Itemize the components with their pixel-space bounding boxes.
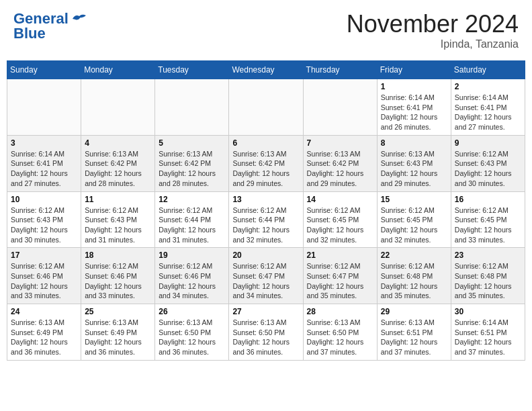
- day-number: 24: [11, 307, 77, 316]
- calendar-cell: 26Sunrise: 6:13 AMSunset: 6:50 PMDayligh…: [155, 304, 229, 361]
- day-number: 19: [159, 250, 225, 260]
- day-info: Sunrise: 6:13 AMSunset: 6:43 PMDaylight:…: [381, 149, 447, 189]
- day-number: 26: [159, 307, 225, 316]
- col-saturday: Saturday: [451, 61, 525, 79]
- calendar-cell: 13Sunrise: 6:12 AMSunset: 6:44 PMDayligh…: [229, 191, 303, 248]
- day-number: 2: [455, 82, 521, 91]
- day-info: Sunrise: 6:12 AMSunset: 6:48 PMDaylight:…: [455, 261, 521, 301]
- day-info: Sunrise: 6:13 AMSunset: 6:42 PMDaylight:…: [85, 149, 151, 189]
- day-number: 11: [85, 195, 151, 204]
- week-row-4: 17Sunrise: 6:12 AMSunset: 6:46 PMDayligh…: [7, 248, 525, 304]
- calendar-cell: 18Sunrise: 6:12 AMSunset: 6:46 PMDayligh…: [81, 248, 155, 304]
- day-info: Sunrise: 6:14 AMSunset: 6:41 PMDaylight:…: [455, 93, 521, 132]
- calendar-cell: 14Sunrise: 6:12 AMSunset: 6:45 PMDayligh…: [303, 191, 377, 248]
- calendar-cell: 22Sunrise: 6:12 AMSunset: 6:48 PMDayligh…: [377, 248, 451, 304]
- day-info: Sunrise: 6:12 AMSunset: 6:43 PMDaylight:…: [11, 205, 77, 245]
- logo: General Blue: [13, 10, 87, 42]
- day-info: Sunrise: 6:12 AMSunset: 6:44 PMDaylight:…: [232, 205, 299, 245]
- day-number: 15: [381, 195, 447, 204]
- day-info: Sunrise: 6:14 AMSunset: 6:41 PMDaylight:…: [11, 149, 77, 189]
- day-info: Sunrise: 6:12 AMSunset: 6:44 PMDaylight:…: [159, 205, 225, 245]
- calendar-cell: 24Sunrise: 6:13 AMSunset: 6:49 PMDayligh…: [7, 304, 81, 361]
- day-number: 1: [381, 82, 447, 91]
- col-tuesday: Tuesday: [155, 61, 229, 79]
- day-info: Sunrise: 6:12 AMSunset: 6:46 PMDaylight:…: [11, 261, 77, 301]
- day-info: Sunrise: 6:13 AMSunset: 6:42 PMDaylight:…: [232, 149, 299, 189]
- day-number: 14: [307, 195, 373, 204]
- day-info: Sunrise: 6:12 AMSunset: 6:47 PMDaylight:…: [307, 261, 373, 301]
- day-number: 10: [11, 195, 77, 204]
- day-info: Sunrise: 6:13 AMSunset: 6:42 PMDaylight:…: [307, 149, 373, 189]
- calendar-cell: 12Sunrise: 6:12 AMSunset: 6:44 PMDayligh…: [155, 191, 229, 248]
- day-number: 23: [455, 250, 521, 260]
- col-wednesday: Wednesday: [229, 61, 303, 79]
- calendar-cell: 10Sunrise: 6:12 AMSunset: 6:43 PMDayligh…: [7, 191, 81, 248]
- day-info: Sunrise: 6:12 AMSunset: 6:47 PMDaylight:…: [232, 261, 299, 301]
- week-row-5: 24Sunrise: 6:13 AMSunset: 6:49 PMDayligh…: [7, 304, 525, 361]
- day-info: Sunrise: 6:13 AMSunset: 6:49 PMDaylight:…: [85, 318, 151, 357]
- day-info: Sunrise: 6:12 AMSunset: 6:45 PMDaylight:…: [381, 205, 447, 245]
- calendar-cell: 21Sunrise: 6:12 AMSunset: 6:47 PMDayligh…: [303, 248, 377, 304]
- calendar-cell: 29Sunrise: 6:13 AMSunset: 6:51 PMDayligh…: [377, 304, 451, 361]
- col-monday: Monday: [81, 61, 155, 79]
- day-number: 6: [232, 138, 299, 148]
- day-info: Sunrise: 6:12 AMSunset: 6:43 PMDaylight:…: [455, 149, 521, 189]
- col-friday: Friday: [377, 61, 451, 79]
- calendar-cell: 3Sunrise: 6:14 AMSunset: 6:41 PMDaylight…: [7, 135, 81, 191]
- day-info: Sunrise: 6:12 AMSunset: 6:46 PMDaylight:…: [159, 261, 225, 301]
- title-section: November 2024 Ipinda, Tanzania: [347, 10, 519, 50]
- calendar-cell: 11Sunrise: 6:12 AMSunset: 6:43 PMDayligh…: [81, 191, 155, 248]
- calendar-cell: [229, 79, 303, 136]
- col-thursday: Thursday: [303, 61, 377, 79]
- day-info: Sunrise: 6:13 AMSunset: 6:50 PMDaylight:…: [307, 318, 373, 357]
- page-header: General Blue November 2024 Ipinda, Tanza…: [7, 7, 525, 54]
- calendar-cell: 6Sunrise: 6:13 AMSunset: 6:42 PMDaylight…: [229, 135, 303, 191]
- calendar-cell: 5Sunrise: 6:13 AMSunset: 6:42 PMDaylight…: [155, 135, 229, 191]
- calendar-header-row: Sunday Monday Tuesday Wednesday Thursday…: [7, 61, 525, 79]
- day-number: 28: [307, 307, 373, 316]
- calendar-cell: 23Sunrise: 6:12 AMSunset: 6:48 PMDayligh…: [451, 248, 525, 304]
- month-title: November 2024: [347, 10, 519, 38]
- day-number: 7: [307, 138, 373, 148]
- day-info: Sunrise: 6:13 AMSunset: 6:49 PMDaylight:…: [11, 318, 77, 357]
- col-sunday: Sunday: [7, 61, 81, 79]
- day-number: 3: [11, 138, 77, 148]
- calendar-cell: 15Sunrise: 6:12 AMSunset: 6:45 PMDayligh…: [377, 191, 451, 248]
- calendar-cell: 25Sunrise: 6:13 AMSunset: 6:49 PMDayligh…: [81, 304, 155, 361]
- calendar-cell: 2Sunrise: 6:14 AMSunset: 6:41 PMDaylight…: [451, 79, 525, 136]
- day-info: Sunrise: 6:12 AMSunset: 6:45 PMDaylight:…: [307, 205, 373, 245]
- day-info: Sunrise: 6:12 AMSunset: 6:43 PMDaylight:…: [85, 205, 151, 245]
- day-number: 25: [85, 307, 151, 316]
- day-info: Sunrise: 6:14 AMSunset: 6:51 PMDaylight:…: [455, 318, 521, 357]
- logo-bird-icon: [71, 13, 87, 25]
- calendar-table: Sunday Monday Tuesday Wednesday Thursday…: [7, 60, 525, 361]
- calendar-cell: [155, 79, 229, 136]
- calendar-cell: 27Sunrise: 6:13 AMSunset: 6:50 PMDayligh…: [229, 304, 303, 361]
- day-info: Sunrise: 6:13 AMSunset: 6:50 PMDaylight:…: [232, 318, 299, 357]
- day-number: 20: [232, 250, 299, 260]
- calendar-cell: 7Sunrise: 6:13 AMSunset: 6:42 PMDaylight…: [303, 135, 377, 191]
- calendar-cell: 9Sunrise: 6:12 AMSunset: 6:43 PMDaylight…: [451, 135, 525, 191]
- calendar-cell: 8Sunrise: 6:13 AMSunset: 6:43 PMDaylight…: [377, 135, 451, 191]
- day-info: Sunrise: 6:12 AMSunset: 6:45 PMDaylight:…: [455, 205, 521, 245]
- day-number: 5: [159, 138, 225, 148]
- day-info: Sunrise: 6:13 AMSunset: 6:42 PMDaylight:…: [159, 149, 225, 189]
- day-number: 22: [381, 250, 447, 260]
- day-info: Sunrise: 6:13 AMSunset: 6:50 PMDaylight:…: [159, 318, 225, 357]
- day-number: 17: [11, 250, 77, 260]
- day-number: 8: [381, 138, 447, 148]
- day-info: Sunrise: 6:12 AMSunset: 6:48 PMDaylight:…: [381, 261, 447, 301]
- calendar-cell: [303, 79, 377, 136]
- calendar-cell: 20Sunrise: 6:12 AMSunset: 6:47 PMDayligh…: [229, 248, 303, 304]
- day-number: 18: [85, 250, 151, 260]
- day-info: Sunrise: 6:13 AMSunset: 6:51 PMDaylight:…: [381, 318, 447, 357]
- calendar-cell: [81, 79, 155, 136]
- week-row-3: 10Sunrise: 6:12 AMSunset: 6:43 PMDayligh…: [7, 191, 525, 248]
- calendar-cell: [7, 79, 81, 136]
- day-number: 13: [232, 195, 299, 204]
- day-number: 9: [455, 138, 521, 148]
- day-number: 12: [159, 195, 225, 204]
- calendar-cell: 4Sunrise: 6:13 AMSunset: 6:42 PMDaylight…: [81, 135, 155, 191]
- calendar-cell: 28Sunrise: 6:13 AMSunset: 6:50 PMDayligh…: [303, 304, 377, 361]
- calendar-cell: 30Sunrise: 6:14 AMSunset: 6:51 PMDayligh…: [451, 304, 525, 361]
